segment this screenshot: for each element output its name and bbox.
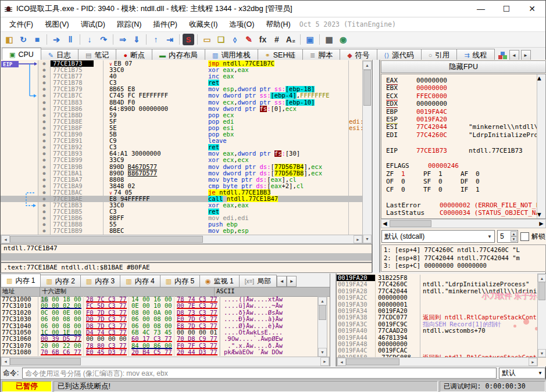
command-input[interactable]	[22, 368, 497, 379]
register-row[interactable]: ESI77C42044"minkernel\\ntdll\	[386, 123, 545, 131]
break-on-dll-icon[interactable]: S	[183, 34, 194, 45]
menu-视图V[interactable]: 视图(V)	[40, 18, 74, 31]
tab-内存布局[interactable]: ▬内存布局	[152, 49, 205, 61]
disasm-row[interactable]: ●77CE1BB98BECmov ebp,esp	[1, 228, 363, 234]
register-row[interactable]: LastError00000002 (ERROR_FILE_NOT_F	[386, 202, 545, 209]
tab-线程[interactable]: ⇉线程	[456, 49, 494, 61]
attach-icon[interactable]: ▣	[304, 34, 316, 45]
disasm-horizontal-scrollbar[interactable]: ◄ ►	[1, 235, 363, 244]
register-row[interactable]	[386, 154, 545, 162]
register-row[interactable]	[386, 193, 545, 201]
tab-符号[interactable]: ◆符号	[340, 49, 377, 61]
disasm-row[interactable]: ●77CE1B838B4D F0mov ecx,dword ptr ss:[eb…	[1, 99, 363, 106]
menu-收藏夹I[interactable]: 收藏夹(I)	[184, 18, 223, 31]
unlock-checkbox[interactable]	[520, 232, 529, 241]
dump-tab-局部[interactable]: [x=]局部	[239, 275, 277, 287]
dump-vertical-scrollbar[interactable]: ▲ ▼	[317, 296, 327, 357]
register-row[interactable]: EBX00000000	[386, 84, 545, 92]
restart-icon[interactable]: ↻	[17, 34, 30, 45]
register-row[interactable]: OF0SF0DF0	[386, 178, 545, 185]
dump-tab-内存 4[interactable]: ▥内存 4	[120, 275, 160, 287]
dump-horizontal-scrollbar[interactable]: ◄ ►	[1, 357, 330, 366]
register-row[interactable]: ESP0019FA20	[386, 116, 545, 123]
tab-断点[interactable]: ●断点	[116, 49, 152, 61]
tab-脚本[interactable]: ≣脚本	[302, 49, 340, 61]
dump-tab-监视 1[interactable]: ◉监视 1	[199, 275, 240, 287]
stack-row[interactable]: 0019FA4077CAAD20ntdll.wcstombs+70	[337, 328, 538, 334]
run-to-selection-icon[interactable]: ⇒	[116, 34, 129, 45]
tab-调用堆栈[interactable]: ▥调用堆栈	[205, 49, 258, 61]
tab-日志[interactable]: ✎日志	[41, 49, 78, 61]
stack-row[interactable]: 0019FA4C0019FCAC	[337, 347, 538, 354]
menu-文件F[interactable]: 文件(F)	[4, 18, 38, 31]
dump-tab-scroll-left-button[interactable]: ◄	[277, 276, 287, 287]
highlight-icon[interactable]: ✎	[242, 34, 255, 45]
call-argument-row[interactable]: 2: [esp+8] 77C42044 ntdll.77C42044 "m	[384, 254, 545, 262]
calling-convention-select[interactable]: 默认 (stdcall)▼	[381, 230, 495, 243]
step-over-icon[interactable]: ↷	[97, 34, 110, 45]
register-row[interactable]: EDX00000000	[386, 100, 545, 107]
tab-源代码[interactable]: ⟨⟩源代码	[377, 49, 422, 61]
menu-帮助H[interactable]: 帮助(H)	[260, 18, 295, 31]
disasm-row[interactable]: ●77CE1B9B890D B467D577mov dword ptr ds:[…	[1, 164, 363, 170]
run-icon[interactable]: ➔	[50, 34, 63, 45]
call-arguments[interactable]: 1: [esp+4] 77C4260C ntdll.77C4260C "L2: …	[381, 244, 546, 272]
website-icon[interactable]: ◉	[337, 34, 349, 45]
stack-horizontal-scrollbar[interactable]: ◄ ►	[337, 357, 538, 366]
register-row[interactable]: EIP77CE1B73ntdll.77CE1B73	[386, 147, 545, 154]
tab-SEH链[interactable]: ⚭SEH链	[258, 49, 303, 61]
struct-icon[interactable]	[498, 52, 508, 60]
main-splitter[interactable]	[373, 60, 380, 272]
tab-引用[interactable]: ○引用	[421, 49, 458, 61]
register-row[interactable]: EFLAGS00000246	[386, 162, 545, 170]
dump-tab-scroll-right-button[interactable]: ►	[287, 276, 297, 287]
tab-笔记[interactable]: ▤笔记	[78, 49, 116, 61]
dump-tab-内存 3[interactable]: ▥内存 3	[80, 275, 120, 287]
registers-horizontal-scrollbar[interactable]: ◄ ►	[381, 219, 546, 228]
disasm-row[interactable]: ●77CE1B7CC745 FC FEFFFFFFmov dword ptr s…	[1, 92, 363, 99]
comments-icon[interactable]: ❏	[215, 34, 227, 45]
dump-tab-内存 5[interactable]: ▥内存 5	[160, 275, 200, 287]
register-row[interactable]: LastStatusC0000034 (STATUS_OBJECT_NA	[386, 209, 545, 217]
call-argument-row[interactable]: 1: [esp+4] 77C4260C ntdll.77C4260C "L	[384, 246, 545, 254]
patches-icon[interactable]: ▭	[201, 34, 213, 45]
argument-count-spinner[interactable]: 5 ▲▼	[497, 230, 518, 243]
register-row[interactable]: ZF1PF1AF0	[386, 170, 545, 178]
stop-icon[interactable]: ■	[31, 34, 44, 45]
register-row[interactable]	[386, 139, 545, 146]
pause-icon[interactable]: ‖	[64, 34, 77, 45]
functions-icon[interactable]: fx	[256, 34, 269, 45]
dump-tab-内存 1[interactable]: ▥内存 1	[1, 274, 41, 287]
menu-选项O[interactable]: 选项(O)	[224, 18, 259, 31]
registers-vertical-scrollbar[interactable]: ▲ ▼	[537, 74, 545, 218]
hide-fpu-button[interactable]: 隐藏FPU	[381, 60, 546, 73]
bottom-splitter[interactable]	[330, 274, 336, 366]
disasm-row[interactable]: ●77CE1B9933C9xor ecx,ecx	[1, 157, 363, 163]
minimize-button[interactable]: —	[476, 4, 486, 13]
ordinals-icon[interactable]: #	[270, 34, 283, 45]
register-row[interactable]: EBP0019FA4C	[386, 108, 545, 116]
dump-tab-内存 2[interactable]: ▥内存 2	[40, 275, 80, 287]
call-argument-row[interactable]: 3: [esp+C] 00000000 00000000	[384, 262, 545, 270]
register-row[interactable]: CF0TF0IF1	[386, 186, 545, 193]
labels-icon[interactable]: ⬨	[229, 34, 241, 45]
command-mode-select[interactable]: 默认▼	[499, 368, 545, 379]
register-row[interactable]: EDI77C4260C"LdrpInitializePro	[386, 131, 545, 139]
calculator-icon[interactable]: ▦	[323, 34, 336, 45]
open-file-icon[interactable]: ◧	[3, 34, 16, 45]
register-row[interactable]: EAX00000000	[386, 77, 545, 84]
register-row[interactable]: ECXFFEC0000	[386, 92, 545, 100]
close-button[interactable]: ✕	[527, 4, 537, 13]
stack-vertical-scrollbar[interactable]: ▲ ▼	[537, 274, 546, 358]
maximize-button[interactable]: ☐	[501, 4, 512, 13]
menu-跟踪N[interactable]: 跟踪(N)	[112, 18, 147, 31]
run-to-user-code-icon[interactable]: ⇥	[163, 34, 176, 45]
disasm-vertical-scrollbar[interactable]: ▲ ▼	[362, 60, 372, 244]
dump-row[interactable]: 77C3108070 6B C6 77E0 45 D3 7720 B4 C5 7…	[1, 349, 318, 355]
menu-调试D[interactable]: 调试(D)	[76, 18, 110, 31]
call-argument-row[interactable]: 4: [esp+10] 00000001 00000001	[384, 270, 545, 272]
menu-插件P[interactable]: 插件(P)	[148, 18, 183, 31]
execute-till-return-icon[interactable]: ⇓	[130, 34, 143, 45]
step-into-icon[interactable]: ↓	[83, 34, 96, 45]
strings-icon[interactable]: A₂	[284, 34, 297, 45]
